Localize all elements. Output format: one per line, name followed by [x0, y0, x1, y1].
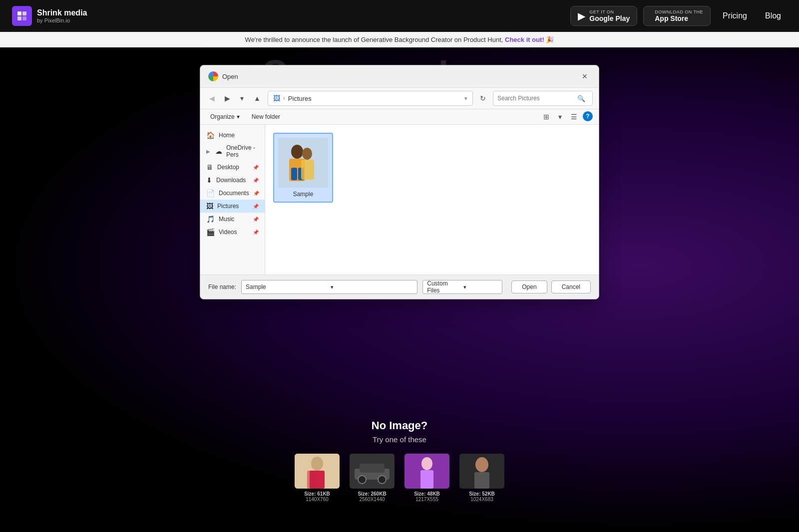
dialog-actionbar: Organize ▾ New folder ⊞ ▾ ☰ ? [200, 109, 599, 125]
large-icons-btn[interactable]: ⊞ [540, 111, 553, 122]
sidebar-item-videos-label: Videos [219, 229, 237, 236]
announcement-link[interactable]: Check it out! [505, 36, 544, 43]
sample-thumb-4 [459, 454, 504, 489]
filename-chevron-icon: ▾ [331, 284, 413, 290]
sample-dims-2: 2560X1440 [358, 497, 386, 502]
home-icon: 🏠 [206, 131, 215, 139]
logo-name: Shrink media [37, 8, 87, 17]
refresh-btn[interactable]: ↻ [477, 93, 489, 104]
svg-rect-0 [17, 11, 21, 15]
filetype-select[interactable]: Custom Files ▾ [422, 280, 502, 294]
sample-image-1[interactable]: Size: 61KB 1140X760 [295, 454, 340, 502]
up-btn[interactable]: ▲ [251, 93, 264, 104]
no-image-subtitle: Try one of these [225, 435, 574, 444]
announcement-emoji: 🎉 [546, 36, 554, 43]
pin-icon-videos: 📌 [253, 230, 259, 235]
sidebar-item-music[interactable]: 🎵 Music 📌 [200, 213, 265, 226]
dialog-toolbar: ◀ ▶ ▾ ▲ 🖼 › Pictures ▾ ↻ 🔍 [200, 88, 599, 109]
pictures-folder-icon: 🖼 [273, 94, 280, 102]
sidebar-item-documents[interactable]: 📄 Documents 📌 [200, 187, 265, 200]
sidebar-item-downloads[interactable]: ⬇ Downloads 📌 [200, 174, 265, 187]
sidebar-item-home-label: Home [219, 132, 235, 139]
sample-image-3[interactable]: Size: 48KB 1217X555 [404, 454, 449, 502]
filetype-chevron-icon: ▾ [463, 284, 498, 290]
dialog-body: 🏠 Home ▶ ☁ OneDrive - Pers 🖥 Desktop 📌 ⬇… [200, 125, 599, 274]
bottom-section: No Image? Try one of these Size: 61KB 11… [225, 419, 574, 502]
view-dropdown-btn[interactable]: ▾ [555, 111, 565, 122]
search-icon: 🔍 [577, 95, 585, 102]
google-play-text: GET IT ON Google Play [589, 9, 630, 22]
svg-rect-1 [22, 11, 26, 15]
google-play-btn[interactable]: ▶ GET IT ON Google Play [570, 6, 637, 26]
svg-rect-2 [17, 16, 21, 20]
svg-point-19 [378, 476, 386, 484]
open-btn[interactable]: Open [511, 280, 547, 293]
dialog-title-left: Open [208, 71, 238, 81]
view-buttons: ⊞ ▾ ☰ ? [540, 111, 593, 122]
svg-point-12 [311, 457, 323, 471]
pin-icon: 📌 [253, 165, 259, 170]
organize-chevron-icon: ▾ [237, 113, 240, 120]
filename-value: Sample [246, 283, 329, 290]
dropdown-btn[interactable]: ▾ [237, 93, 247, 104]
search-bar[interactable]: 🔍 [493, 91, 593, 106]
sample-size-2: Size: 260KB [358, 491, 386, 497]
pricing-link[interactable]: Pricing [717, 11, 753, 20]
logo-text: Shrink media by PixelBin.io [37, 8, 87, 23]
forward-btn[interactable]: ▶ [222, 93, 233, 104]
videos-icon: 🎬 [206, 228, 215, 236]
sample-images: Size: 61KB 1140X760 Size: 260KB 2560X144… [225, 454, 574, 502]
header: Shrink media by PixelBin.io ▶ GET IT ON … [0, 0, 799, 32]
sample-thumb-2 [350, 454, 395, 489]
pictures-icon: 🖼 [206, 202, 213, 210]
svg-rect-14 [307, 471, 314, 489]
cancel-btn[interactable]: Cancel [551, 280, 591, 293]
dialog-title-text: Open [222, 73, 238, 80]
sample-size-4: Size: 52KB [469, 491, 495, 497]
search-input[interactable] [497, 95, 577, 102]
sidebar-item-onedrive[interactable]: ▶ ☁ OneDrive - Pers [200, 142, 265, 161]
filename-input[interactable]: Sample ▾ [241, 280, 417, 294]
help-btn[interactable]: ? [583, 111, 593, 121]
sample-image-2[interactable]: Size: 260KB 2560X1440 [350, 454, 395, 502]
dialog-close-btn[interactable]: ✕ [579, 70, 591, 82]
sample-info-1: Size: 61KB 1140X760 [304, 491, 330, 502]
logo-sub: by PixelBin.io [37, 17, 87, 23]
logo: Shrink media by PixelBin.io [12, 6, 87, 26]
dialog-sidebar: 🏠 Home ▶ ☁ OneDrive - Pers 🖥 Desktop 📌 ⬇… [200, 125, 265, 274]
pin-icon-downloads: 📌 [253, 178, 259, 183]
filetype-value: Custom Files [427, 280, 461, 294]
svg-rect-25 [474, 472, 489, 489]
sample-size-1: Size: 61KB [304, 491, 330, 497]
file-label-sample: Sample [293, 191, 314, 198]
sidebar-item-desktop[interactable]: 🖥 Desktop 📌 [200, 161, 265, 174]
file-item-sample[interactable]: Sample [273, 133, 333, 203]
pin-icon-music: 📌 [253, 217, 259, 222]
organize-btn[interactable]: Organize ▾ [206, 112, 244, 122]
dialog-files-area: Sample [265, 125, 599, 274]
no-image-title: No Image? [225, 419, 574, 432]
sidebar-item-onedrive-label: OneDrive - Pers [226, 144, 259, 158]
file-dialog: Open ✕ ◀ ▶ ▾ ▲ 🖼 › Pictures ▾ ↻ 🔍 [200, 65, 599, 299]
sample-image-4[interactable]: Size: 52KB 1024X683 [459, 454, 504, 502]
back-btn[interactable]: ◀ [206, 93, 218, 104]
details-btn[interactable]: ☰ [567, 111, 581, 122]
new-folder-btn[interactable]: New folder [248, 112, 284, 122]
svg-point-5 [291, 145, 303, 159]
sample-dims-4: 1024X683 [469, 497, 495, 502]
sidebar-item-videos[interactable]: 🎬 Videos 📌 [200, 226, 265, 239]
address-folder: Pictures [288, 95, 312, 102]
sample-info-4: Size: 52KB 1024X683 [469, 491, 495, 502]
desktop-icon: 🖥 [206, 163, 213, 171]
sidebar-item-home[interactable]: 🏠 Home [200, 129, 265, 142]
sidebar-item-pictures[interactable]: 🖼 Pictures 📌 [200, 200, 265, 213]
app-store-btn[interactable]: Download on the App Store [643, 6, 711, 26]
downloads-icon: ⬇ [206, 176, 212, 184]
blog-link[interactable]: Blog [759, 11, 787, 20]
logo-icon [12, 6, 32, 26]
svg-point-18 [358, 476, 366, 484]
app-store-text: Download on the App Store [655, 9, 703, 22]
svg-point-21 [421, 457, 432, 470]
address-separator: › [283, 95, 285, 102]
sidebar-item-downloads-label: Downloads [216, 177, 246, 184]
